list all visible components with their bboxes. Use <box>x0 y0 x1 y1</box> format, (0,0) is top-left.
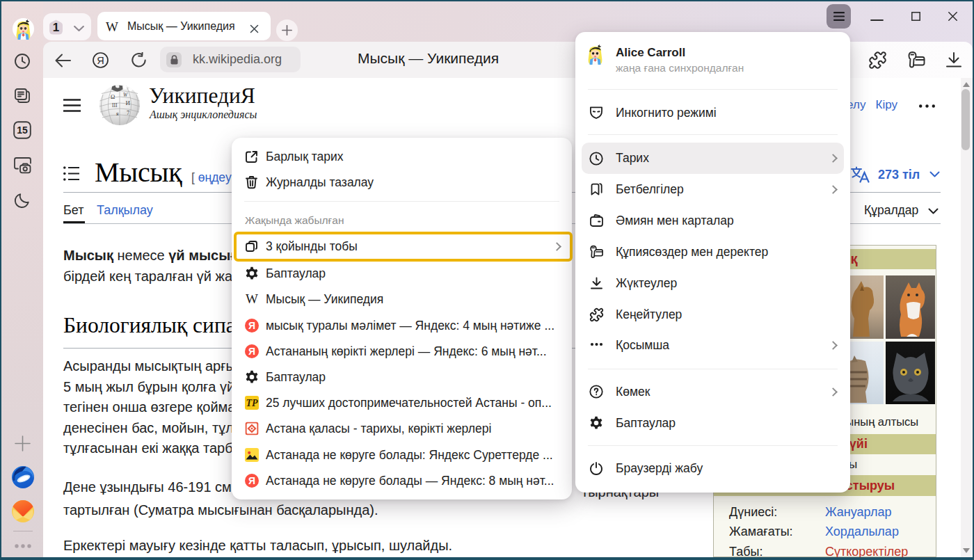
svg-text:7: 7 <box>127 109 129 116</box>
svg-text:Ш: Ш <box>112 102 118 109</box>
svg-text:W: W <box>123 92 128 98</box>
svg-text:15: 15 <box>17 125 28 136</box>
svg-text:Ω: Ω <box>111 93 115 100</box>
svg-text:Я: Я <box>248 346 255 357</box>
svg-text:TP: TP <box>246 398 258 408</box>
svg-text:я: я <box>116 111 119 117</box>
svg-text:Я: Я <box>248 320 255 331</box>
svg-text:И: И <box>126 99 131 106</box>
svg-text:Я: Я <box>97 55 104 66</box>
svg-text:Я: Я <box>248 475 255 486</box>
